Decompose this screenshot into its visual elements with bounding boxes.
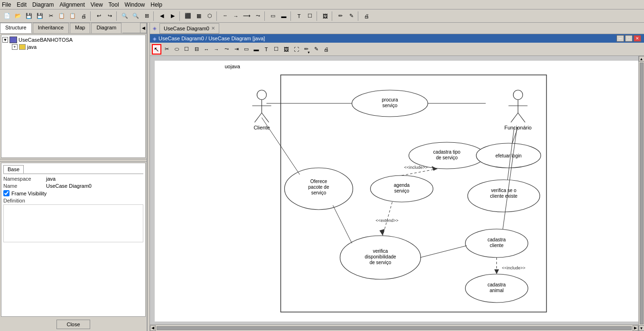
win-close-btn[interactable]: ✕ [634,35,641,42]
open-btn[interactable]: 📂 [13,11,23,21]
menubar: File Edit Diagram Alignment View Tool Wi… [0,0,644,9]
image-btn[interactable]: 🖼 [320,11,330,21]
uc-procura-servico-label: procura [382,97,398,102]
dtb-textbox[interactable]: ☐ [271,44,281,55]
scroll-down-btn[interactable]: ▼ [639,325,644,331]
svg-text:disponibilidade: disponibilidade [364,254,396,259]
tab-diagram[interactable]: Diagram [91,23,121,33]
print-btn[interactable]: 🖨 [78,11,89,21]
sep5 [216,11,218,21]
tool4-btn[interactable]: ╌ [220,11,230,21]
prop-namespace-row: Namespace java [3,176,143,182]
dtb-arrow3[interactable]: ⤳ [222,44,231,55]
tree-expand-java[interactable]: + [12,44,18,50]
dtb-image[interactable]: 🖼 [281,44,291,55]
print2-btn[interactable]: 🖨 [361,11,372,21]
sep10 [358,11,360,21]
diagram-tab-label: UseCase Diagram0 [164,26,209,31]
shape2-btn[interactable]: ▬ [279,11,289,21]
svg-text:de serviço: de serviço [436,155,458,160]
tool2-btn[interactable]: ▦ [194,11,204,21]
dtb-rect[interactable]: ☐ [182,44,191,55]
tool1-btn[interactable]: ⬛ [183,11,193,21]
diagram-tab-close-icon[interactable]: ✕ [211,26,215,31]
paste-btn[interactable]: 📋 [67,11,78,21]
tool6-btn[interactable]: ⟶ [242,11,252,21]
dtb-tool4[interactable]: ⛶ [291,44,301,55]
zoom-fit-btn[interactable]: ⊞ [141,11,152,21]
tree-java[interactable]: + java [12,44,144,50]
svg-text:serviço: serviço [311,190,327,195]
menu-view[interactable]: View [91,1,103,8]
sep4 [179,11,181,21]
dtb-arrow2[interactable]: → [212,44,221,55]
tree-root-icon [9,37,17,43]
dtb-tool2[interactable]: ✂ [162,44,171,55]
menu-window[interactable]: Window [125,1,145,8]
frame-visibility-label: Frame Visibility [11,191,47,196]
dtb-text[interactable]: T [261,44,271,55]
frame-visibility-checkbox[interactable] [3,190,9,196]
svg-text:serviço: serviço [383,103,398,108]
scroll-right-btn[interactable]: ▶ [633,325,638,331]
tool7-btn[interactable]: ⤳ [252,11,263,21]
tab-structure[interactable]: Structure [0,23,32,33]
diagram-tab-usecase[interactable]: UseCase Diagram0 ✕ [159,23,219,34]
menu-edit[interactable]: Edit [17,1,27,8]
tool5-btn[interactable]: → [231,11,241,21]
textbox-btn[interactable]: ☐ [305,11,315,21]
win-maximize-btn[interactable]: □ [625,35,633,42]
props-tab-base[interactable]: Base [3,165,24,174]
menu-file[interactable]: File [2,1,11,8]
tab-map[interactable]: Map [70,23,90,33]
dtb-print[interactable]: 🖨 [321,44,331,55]
save2-btn[interactable]: 💾 [35,11,45,21]
win-minimize-btn[interactable]: ─ [616,35,624,42]
text-btn[interactable]: T [294,11,304,21]
h-scroll-thumb[interactable] [157,326,632,330]
canvas-inner: uojava [155,61,639,322]
panel-collapse-btn[interactable]: ◀ [140,23,147,33]
svg-line-4 [262,113,269,122]
select-tool-btn[interactable]: ↖ [152,44,161,55]
undo-btn[interactable]: ↩ [93,11,104,21]
svg-text:pacote de: pacote de [308,184,329,190]
scroll-thumb[interactable] [640,63,644,324]
dtb-pencil1[interactable]: ✏▼ [301,44,311,55]
uc-cadastra-animal-label: cadastra [487,282,506,287]
cut-btn[interactable]: ✂ [46,11,56,21]
dtb-arrow4[interactable]: ⇥ [232,44,241,55]
menu-tool[interactable]: Tool [109,1,119,8]
tab-inheritance[interactable]: Inheritance [33,23,69,33]
actor-funcionario: Funcionário [504,90,532,130]
save-btn[interactable]: 💾 [24,11,34,21]
zoom-in-btn[interactable]: 🔍 [131,11,141,21]
nav-fwd-btn[interactable]: ▶ [168,11,178,21]
close-button[interactable]: Close [56,320,90,329]
tree-java-label: java [27,44,37,50]
nav-back-btn[interactable]: ◀ [157,11,167,21]
diagram-tab-bar: ◈ UseCase Diagram0 ✕ [150,23,644,34]
shape1-btn[interactable]: ▭ [268,11,278,21]
scroll-left-btn[interactable]: ◀ [150,325,156,331]
dtb-arrow1[interactable]: ↔ [202,44,211,55]
copy-btn[interactable]: 📋 [56,11,67,21]
dtb-tool3[interactable]: ⊟ [192,44,201,55]
redo-btn[interactable]: ↪ [104,11,115,21]
dtb-box1[interactable]: ▭ [242,44,251,55]
menu-help[interactable]: Help [150,1,162,8]
dtb-pencil2[interactable]: ✎ [311,44,321,55]
tree-root[interactable]: ▼ UseCaseBANHOTOSA [2,36,144,44]
tool3-btn[interactable]: ⬡ [205,11,215,21]
panel-divider[interactable] [0,159,147,162]
dtb-dots[interactable]: ▬ [252,44,261,55]
menu-diagram[interactable]: Diagram [32,1,54,8]
scroll-up-btn[interactable]: ▲ [639,56,644,62]
dtb-oval[interactable]: ⬭ [172,44,181,55]
menu-alignment[interactable]: Alignment [59,1,84,8]
pencil2-btn[interactable]: ✎ [346,11,356,21]
new-btn[interactable]: 📄 [2,11,12,21]
pencil-btn[interactable]: ✏ [335,11,345,21]
zoom-out-btn[interactable]: 🔍 [120,11,130,21]
tree-expand-root[interactable]: ▼ [2,37,8,43]
